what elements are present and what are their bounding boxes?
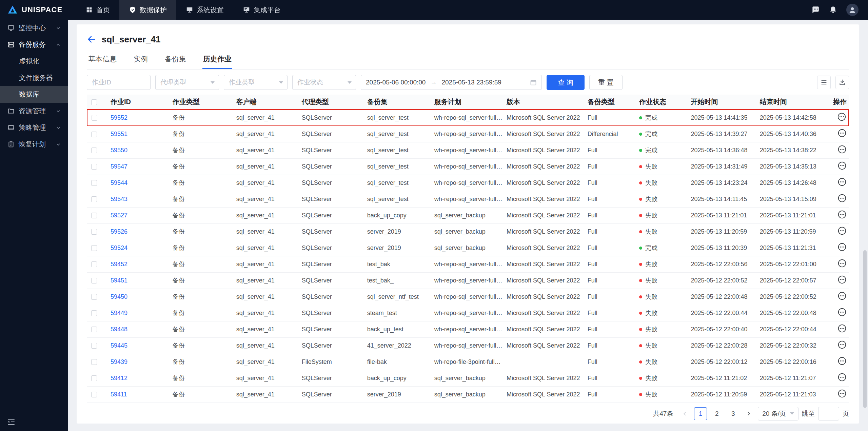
table-row: 59451 备份 sql_server_41 SQLServer test_ba… xyxy=(87,272,849,289)
job-id-link[interactable]: 59439 xyxy=(111,358,127,365)
window-scrollbar[interactable] xyxy=(863,250,867,408)
job-id-input[interactable] xyxy=(87,75,151,90)
service-plan-cell: wh-repo-sql_server-full… xyxy=(430,158,502,175)
job-id-link[interactable]: 59451 xyxy=(111,277,127,284)
bell-icon[interactable] xyxy=(829,5,837,14)
row-more-actions-button[interactable] xyxy=(837,226,847,235)
prev-page-button[interactable] xyxy=(679,407,691,420)
page-size-select[interactable]: 20 条/页 xyxy=(758,407,798,420)
tab-history-jobs[interactable]: 历史作业 xyxy=(202,51,232,69)
row-more-actions-button[interactable] xyxy=(837,177,847,187)
row-more-actions-button[interactable] xyxy=(837,308,847,317)
jump-page-input[interactable] xyxy=(818,407,839,420)
sidebar-subitem-virtualization[interactable]: 虚拟化 xyxy=(0,53,68,70)
row-more-actions-button[interactable] xyxy=(837,373,847,382)
sidebar-item-backup-service[interactable]: 备份服务 xyxy=(0,36,68,53)
row-more-actions-button[interactable] xyxy=(837,389,847,398)
page-button-2[interactable]: 2 xyxy=(710,407,723,420)
job-id-link[interactable]: 59551 xyxy=(111,131,127,137)
back-arrow-icon[interactable] xyxy=(87,35,96,44)
collapse-sidebar-icon[interactable] xyxy=(7,417,16,426)
row-checkbox[interactable] xyxy=(91,392,97,397)
job-id-link[interactable]: 59449 xyxy=(111,310,127,316)
row-more-actions-button[interactable] xyxy=(837,356,847,366)
start-time-cell: 2025-05-12 11:21:02 xyxy=(687,370,755,386)
user-avatar[interactable] xyxy=(846,4,859,16)
job-id-link[interactable]: 59524 xyxy=(111,244,127,251)
status-text: 失败 xyxy=(645,163,657,170)
export-button[interactable] xyxy=(835,76,849,89)
row-checkbox[interactable] xyxy=(91,294,97,300)
select-all-checkbox[interactable] xyxy=(91,99,97,105)
topnav-system-settings[interactable]: 系统设置 xyxy=(176,0,233,20)
page-button-3[interactable]: 3 xyxy=(727,407,739,420)
sidebar-item-recovery-plan[interactable]: 恢复计划 xyxy=(0,136,68,153)
col-header-job-id: 作业ID xyxy=(106,95,169,110)
row-checkbox[interactable] xyxy=(91,229,97,235)
row-more-actions-button[interactable] xyxy=(837,259,847,268)
job-id-link[interactable]: 59547 xyxy=(111,163,127,170)
job-status-select[interactable]: 作业状态 xyxy=(292,75,356,90)
row-more-actions-button[interactable] xyxy=(837,145,847,154)
job-type-select[interactable]: 作业类型 xyxy=(224,75,288,90)
row-more-actions-button[interactable] xyxy=(837,275,847,284)
row-checkbox[interactable] xyxy=(91,327,97,332)
row-checkbox[interactable] xyxy=(91,261,97,267)
job-id-link[interactable]: 59412 xyxy=(111,375,127,381)
job-id-link[interactable]: 59552 xyxy=(111,114,127,121)
row-checkbox[interactable] xyxy=(91,148,97,153)
job-id-link[interactable]: 59550 xyxy=(111,147,127,154)
row-checkbox[interactable] xyxy=(91,164,97,170)
job-id-link[interactable]: 59452 xyxy=(111,261,127,268)
row-more-actions-button[interactable] xyxy=(837,112,846,121)
row-checkbox[interactable] xyxy=(92,115,97,121)
row-more-actions-button[interactable] xyxy=(837,194,847,203)
row-checkbox[interactable] xyxy=(91,375,97,381)
row-more-actions-button[interactable] xyxy=(837,161,847,170)
job-id-link[interactable]: 59544 xyxy=(111,179,127,186)
row-checkbox[interactable] xyxy=(91,213,97,218)
topnav-data-protection[interactable]: 数据保护 xyxy=(119,0,176,20)
page-button-1[interactable]: 1 xyxy=(694,407,707,420)
reset-button[interactable]: 重 置 xyxy=(589,75,623,90)
search-button[interactable]: 查 询 xyxy=(547,75,585,90)
job-id-link[interactable]: 59448 xyxy=(111,326,127,333)
status-cell: 失败 xyxy=(635,354,687,370)
job-id-link[interactable]: 59543 xyxy=(111,196,127,202)
row-checkbox[interactable] xyxy=(91,359,97,365)
row-checkbox[interactable] xyxy=(91,132,97,137)
message-icon[interactable] xyxy=(811,5,820,14)
date-range-picker[interactable]: 2025-05-06 00:00:00 → 2025-05-13 23:59:5… xyxy=(361,75,542,90)
row-more-actions-button[interactable] xyxy=(837,129,847,138)
column-settings-button[interactable] xyxy=(817,76,831,89)
job-id-link[interactable]: 59411 xyxy=(111,391,127,398)
topnav-home[interactable]: 首页 xyxy=(76,0,119,20)
row-more-actions-button[interactable] xyxy=(837,340,847,349)
row-checkbox[interactable] xyxy=(91,278,97,283)
sidebar-item-resource-management[interactable]: 资源管理 xyxy=(0,103,68,119)
next-page-button[interactable] xyxy=(743,407,754,420)
job-id-link[interactable]: 59527 xyxy=(111,212,127,219)
row-checkbox[interactable] xyxy=(91,196,97,202)
job-id-link[interactable]: 59450 xyxy=(111,293,127,300)
sidebar-subitem-database[interactable]: 数据库 xyxy=(0,86,68,103)
sidebar-subitem-file-server[interactable]: 文件服务器 xyxy=(0,70,68,86)
tab-backup-sets[interactable]: 备份集 xyxy=(164,51,187,69)
tab-basic-info[interactable]: 基本信息 xyxy=(87,51,117,69)
topnav-integration-platform[interactable]: 集成平台 xyxy=(233,0,290,20)
row-more-actions-button[interactable] xyxy=(837,291,847,300)
row-more-actions-button[interactable] xyxy=(837,242,847,252)
status-cell: 失败 xyxy=(635,223,687,240)
row-checkbox[interactable] xyxy=(91,180,97,186)
job-id-link[interactable]: 59445 xyxy=(111,342,127,349)
agent-type-select[interactable]: 代理类型 xyxy=(155,75,219,90)
row-checkbox[interactable] xyxy=(91,310,97,316)
row-checkbox[interactable] xyxy=(91,245,97,251)
row-more-actions-button[interactable] xyxy=(837,324,847,333)
tab-instances[interactable]: 实例 xyxy=(133,51,149,69)
sidebar-item-monitoring-center[interactable]: 监控中心 xyxy=(0,20,68,36)
row-checkbox[interactable] xyxy=(91,343,97,349)
sidebar-item-policy-management[interactable]: 策略管理 xyxy=(0,119,68,136)
job-id-link[interactable]: 59526 xyxy=(111,228,127,235)
row-more-actions-button[interactable] xyxy=(837,210,847,219)
